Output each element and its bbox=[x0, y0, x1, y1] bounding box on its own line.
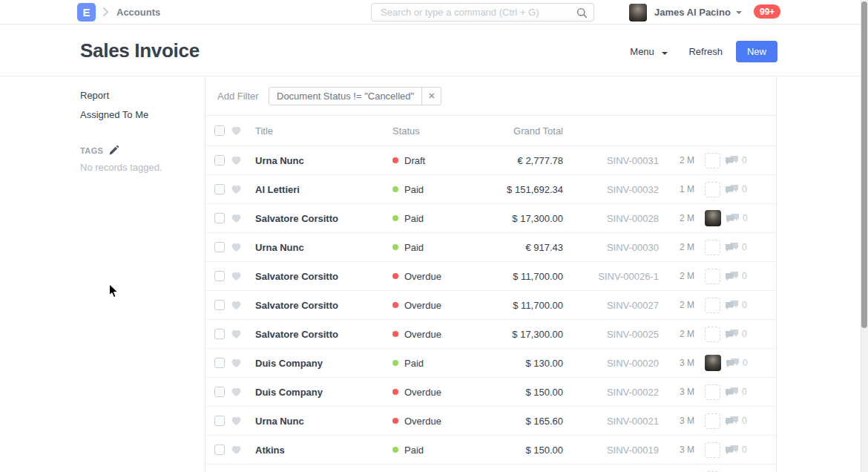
table-row[interactable]: Al Lettieri Paid $ 151,692.34 SINV-00032… bbox=[206, 175, 776, 204]
add-filter-button[interactable]: Add Filter bbox=[217, 91, 259, 102]
assignee-avatar bbox=[705, 240, 720, 255]
row-modified-ago: 2 M bbox=[680, 329, 702, 339]
row-checkbox[interactable] bbox=[214, 445, 225, 455]
status-dot-icon bbox=[392, 302, 398, 308]
row-invoice-id: SINV-00022 bbox=[563, 387, 659, 398]
comment-icon bbox=[726, 214, 740, 223]
row-modified-ago: 2 M bbox=[680, 300, 702, 310]
table-row[interactable]: Salvatore Corsitto Paid $ 17,300.00 SINV… bbox=[206, 204, 776, 233]
heart-icon[interactable] bbox=[231, 155, 243, 165]
row-title: Salvatore Corsitto bbox=[255, 271, 392, 282]
status-label: Paid bbox=[404, 358, 424, 369]
chevron-down-icon bbox=[736, 11, 742, 14]
page-title: Sales Invoice bbox=[80, 39, 200, 62]
row-status: Overdue bbox=[392, 300, 496, 311]
status-label: Overdue bbox=[404, 387, 441, 398]
row-title: Urna Nunc bbox=[255, 155, 392, 166]
table-row[interactable]: Urna Nunc Draft € 2,777.78 SINV-00031 2 … bbox=[206, 146, 776, 175]
heart-icon[interactable] bbox=[231, 358, 243, 368]
tags-empty-text: No records tagged. bbox=[80, 162, 199, 173]
breadcrumb-accounts[interactable]: Accounts bbox=[116, 7, 160, 18]
row-status: Paid bbox=[392, 184, 496, 195]
table-row[interactable]: Urna Nunc Overdue $ 165.60 SINV-00021 3 … bbox=[206, 407, 776, 436]
search-icon bbox=[576, 7, 588, 21]
status-dot-icon bbox=[392, 244, 398, 250]
row-checkbox[interactable] bbox=[214, 300, 225, 310]
row-invoice-id: SINV-00026-1 bbox=[563, 271, 659, 282]
table-row[interactable]: Duis Company Overdue $ 150.00 SINV-00022… bbox=[206, 378, 776, 407]
page-actions: Menu Refresh New bbox=[628, 41, 777, 62]
comment-icon bbox=[726, 387, 739, 397]
row-checkbox[interactable] bbox=[214, 155, 225, 165]
row-title: Urna Nunc bbox=[255, 416, 392, 427]
new-button[interactable]: New bbox=[736, 41, 777, 62]
table-row[interactable]: Salvatore Corsitto Overdue $ 11,700.00 S… bbox=[206, 262, 776, 291]
row-checkbox[interactable] bbox=[214, 416, 225, 426]
comment-icon bbox=[726, 185, 739, 194]
row-grand-total: $ 151,692.34 bbox=[496, 184, 563, 195]
table-row[interactable]: Duis Company Paid $ 130.00 SINV-00020 3 … bbox=[206, 349, 776, 378]
app-logo[interactable]: E bbox=[77, 3, 96, 22]
select-all-checkbox[interactable] bbox=[214, 125, 225, 136]
heart-icon[interactable] bbox=[231, 300, 243, 310]
vertical-scrollbar-thumb[interactable] bbox=[861, 1, 867, 328]
row-checkbox[interactable] bbox=[214, 358, 225, 368]
heart-icon[interactable] bbox=[231, 184, 243, 194]
tags-section-header: TAGS bbox=[80, 145, 199, 155]
filter-chip-close-icon[interactable]: ✕ bbox=[421, 88, 441, 105]
refresh-button[interactable]: Refresh bbox=[687, 42, 724, 62]
row-modified-ago: 2 M bbox=[680, 213, 702, 223]
heart-icon[interactable] bbox=[231, 416, 243, 426]
row-modified-ago: 2 M bbox=[680, 155, 702, 165]
assignee-avatar bbox=[705, 384, 720, 400]
user-name: James Al Pacino bbox=[654, 7, 731, 18]
assignee-avatar bbox=[705, 210, 721, 226]
row-invoice-id: SINV-00027 bbox=[563, 300, 659, 311]
row-modified-ago: 2 M bbox=[680, 271, 702, 281]
chevron-right-icon bbox=[102, 7, 109, 19]
user-menu[interactable]: James Al Pacino bbox=[629, 3, 742, 22]
row-checkbox[interactable] bbox=[214, 271, 225, 281]
status-label: Paid bbox=[404, 213, 424, 224]
row-checkbox[interactable] bbox=[214, 387, 225, 397]
comment-count: 0 bbox=[743, 213, 748, 223]
sidebar-item-assigned-to-me[interactable]: Assigned To Me bbox=[80, 109, 199, 120]
row-checkbox[interactable] bbox=[214, 329, 225, 339]
filter-chip[interactable]: Document Status != "Cancelled" ✕ bbox=[269, 87, 441, 105]
status-label: Paid bbox=[404, 242, 424, 253]
edit-tags-pencil-icon[interactable] bbox=[109, 145, 119, 155]
status-dot-icon bbox=[392, 215, 398, 221]
row-title: Urna Nunc bbox=[255, 242, 392, 253]
table-row[interactable]: Salvatore Corsitto Overdue $ 17,300.00 S… bbox=[206, 320, 776, 349]
sidebar-item-report[interactable]: Report bbox=[80, 90, 199, 101]
menu-button[interactable]: Menu bbox=[628, 42, 669, 62]
column-header-grand-total: Grand Total bbox=[496, 125, 563, 137]
table-row[interactable]: Atkins Paid $ 150.00 SINV-00019 3 M 0 bbox=[206, 436, 776, 465]
table-row[interactable]: Urna Nunc Paid € 917.43 SINV-00030 2 M 0 bbox=[206, 233, 776, 262]
row-modified-ago: 3 M bbox=[680, 445, 702, 455]
heart-icon[interactable] bbox=[231, 242, 243, 252]
heart-icon[interactable] bbox=[231, 445, 243, 455]
vertical-scrollbar-track[interactable] bbox=[861, 0, 868, 472]
row-grand-total: € 917.43 bbox=[496, 242, 563, 253]
heart-icon[interactable] bbox=[231, 125, 243, 136]
search-input[interactable] bbox=[379, 4, 571, 20]
row-title: Salvatore Corsitto bbox=[255, 300, 392, 311]
heart-icon[interactable] bbox=[231, 387, 243, 397]
table-row-partial[interactable] bbox=[206, 465, 776, 472]
status-dot-icon bbox=[392, 389, 398, 395]
row-checkbox[interactable] bbox=[214, 242, 225, 252]
assignee-avatar bbox=[705, 298, 720, 313]
heart-icon[interactable] bbox=[231, 329, 243, 339]
row-title: Al Lettieri bbox=[255, 184, 392, 195]
row-checkbox[interactable] bbox=[214, 213, 225, 223]
table-row[interactable]: Salvatore Corsitto Overdue $ 11,700.00 S… bbox=[206, 291, 776, 320]
heart-icon[interactable] bbox=[231, 213, 243, 223]
row-status: Paid bbox=[392, 242, 496, 253]
row-status: Paid bbox=[392, 358, 496, 369]
notifications-badge[interactable]: 99+ bbox=[754, 4, 780, 19]
row-checkbox[interactable] bbox=[214, 184, 225, 194]
comment-icon bbox=[726, 358, 740, 368]
navbar: E Accounts James Al Pacino 99+ bbox=[0, 0, 868, 24]
heart-icon[interactable] bbox=[231, 271, 243, 281]
